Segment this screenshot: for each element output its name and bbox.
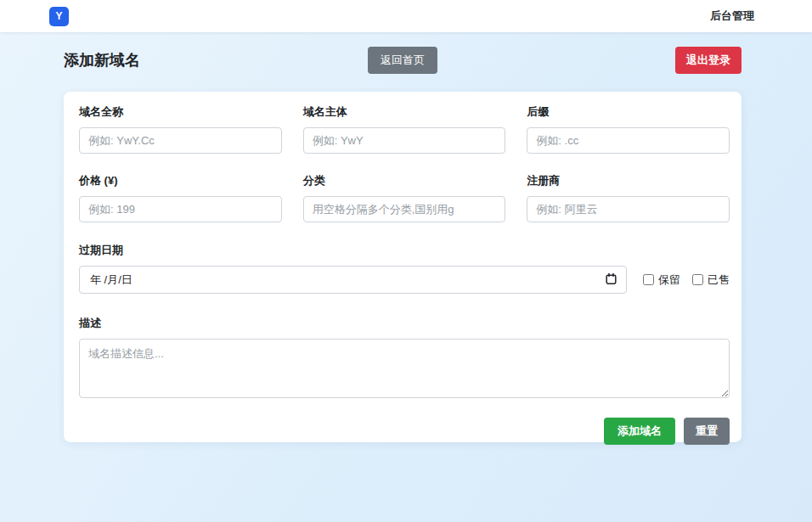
description-section: 描述 (79, 316, 730, 401)
sold-checkbox[interactable] (692, 274, 703, 285)
back-home-button[interactable]: 返回首页 (368, 47, 437, 74)
logout-button[interactable]: 退出登录 (675, 47, 742, 74)
form-fields-grid: 域名全称 域名主体 后缀 价格 (¥) 分类 注册商 (79, 104, 730, 222)
expiry-date-input[interactable]: 年 /月/日 (79, 266, 627, 294)
date-placeholder-text: 年 /月/日 (90, 272, 133, 288)
add-domain-button[interactable]: 添加域名 (604, 418, 675, 445)
suffix-input[interactable] (527, 127, 730, 154)
checkbox-sold[interactable]: 已售 (692, 272, 730, 288)
field-category: 分类 (303, 173, 506, 222)
status-checkbox-group: 保留 已售 (643, 272, 730, 288)
field-price: 价格 (¥) (79, 173, 282, 222)
expiry-section: 过期日期 年 /月/日 保留 (79, 243, 730, 294)
field-label: 注册商 (527, 173, 730, 188)
page-header: 添加新域名 返回首页 退出登录 (64, 47, 742, 74)
reserved-checkbox-label: 保留 (658, 272, 680, 288)
sold-checkbox-label: 已售 (708, 272, 730, 288)
field-domain-full: 域名全称 (79, 104, 282, 154)
field-label: 域名全称 (79, 104, 282, 120)
form-actions: 添加域名 重置 (79, 418, 730, 445)
expiry-label: 过期日期 (79, 243, 730, 258)
site-logo[interactable]: Y (49, 7, 69, 26)
description-textarea[interactable] (79, 339, 730, 398)
category-input[interactable] (303, 196, 506, 222)
page-title: 添加新域名 (64, 50, 368, 70)
main-content: 添加新域名 返回首页 退出登录 域名全称 域名主体 后缀 价格 (¥) (0, 32, 812, 442)
checkbox-reserved[interactable]: 保留 (643, 272, 680, 288)
domain-body-input[interactable] (303, 127, 506, 154)
top-navbar: Y 后台管理 (0, 0, 812, 32)
field-registrar: 注册商 (527, 173, 730, 222)
price-input[interactable] (79, 196, 282, 222)
reset-button[interactable]: 重置 (684, 418, 730, 445)
field-domain-body: 域名主体 (303, 104, 506, 154)
reserved-checkbox[interactable] (643, 274, 654, 285)
domain-full-input[interactable] (79, 127, 282, 154)
field-label: 后缀 (527, 104, 730, 120)
add-domain-form-card: 域名全称 域名主体 后缀 价格 (¥) 分类 注册商 (64, 92, 742, 442)
header-right: 退出登录 (437, 47, 742, 74)
description-label: 描述 (79, 316, 730, 331)
field-label: 分类 (303, 173, 506, 188)
registrar-input[interactable] (527, 196, 730, 222)
calendar-icon[interactable] (605, 272, 617, 288)
admin-panel-label: 后台管理 (710, 8, 754, 24)
field-suffix: 后缀 (527, 104, 730, 154)
field-label: 域名主体 (303, 104, 506, 120)
field-label: 价格 (¥) (79, 173, 282, 188)
expiry-row: 年 /月/日 保留 (79, 266, 730, 294)
